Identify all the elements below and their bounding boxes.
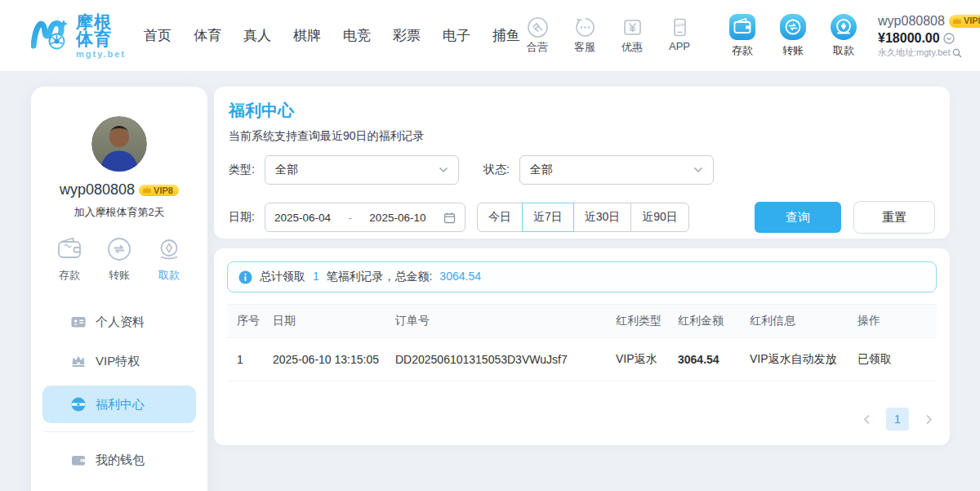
welfare-coin-icon	[70, 396, 87, 413]
reset-button[interactable]: 重置	[853, 201, 935, 234]
vip-badge: VIP8	[949, 15, 980, 28]
nav-item-fishing[interactable]: 捕鱼	[492, 26, 520, 45]
header-wallet-actions: 存款 转账	[724, 13, 862, 58]
withdraw-outline-icon	[154, 234, 184, 264]
deposit-button[interactable]: 存款	[724, 13, 760, 58]
sidebar-transfer-button[interactable]: 转账	[105, 234, 134, 283]
magnifier-icon[interactable]	[952, 48, 962, 58]
sidebar-item-wallet[interactable]: 我的钱包	[31, 440, 207, 480]
nav-item-lottery[interactable]: 彩票	[393, 26, 421, 45]
prev-page-button[interactable]	[858, 411, 875, 427]
vip-crown-icon	[70, 353, 87, 369]
sidebar-item-vip-label: VIP特权	[96, 354, 140, 369]
crown-icon	[142, 185, 152, 194]
withdraw-button[interactable]: 取款	[826, 13, 862, 58]
support-link[interactable]: 客服	[568, 16, 602, 55]
current-page[interactable]: 1	[886, 408, 909, 431]
app-phone-icon: APP	[669, 16, 691, 38]
type-select-value: 全部	[275, 163, 298, 177]
sidebar-item-profile[interactable]: 个人资料	[31, 302, 207, 341]
summary-total: 3064.54	[439, 270, 481, 283]
summary-count: 1	[313, 270, 319, 283]
calendar-icon	[443, 212, 456, 224]
nav-item-home[interactable]: 首页	[144, 26, 172, 45]
withdraw-icon	[830, 13, 858, 41]
info-icon	[238, 270, 252, 284]
svg-text:APP: APP	[675, 23, 684, 28]
cell-bonus-amount: 3064.54	[677, 338, 749, 382]
status-filter-label: 状态:	[483, 163, 510, 177]
page-subtitle: 当前系统支持查询最近90日的福利记录	[229, 129, 935, 144]
welfare-table: 序号 日期 订单号 红利类型 红利金额 红利信息 操作 1 2025-06-10…	[227, 304, 937, 382]
sidebar-deposit-label: 存款	[59, 268, 80, 283]
permanent-address-label: 永久地址:mgty.bet	[878, 47, 950, 59]
app-link[interactable]: APP APP	[662, 16, 697, 55]
date-range-picker[interactable]: 2025-06-04 - 2025-06-10	[265, 203, 466, 232]
id-card-icon	[70, 314, 87, 330]
range-30days-button[interactable]: 近30日	[573, 203, 632, 232]
claimed-status: 已领取	[857, 338, 937, 382]
nav-item-cards[interactable]: 棋牌	[293, 26, 321, 45]
brand-logo[interactable]: 摩根体育 mgty.bet	[31, 13, 126, 59]
sidebar-vip-label: VIP8	[154, 185, 173, 195]
search-button[interactable]: 查询	[755, 202, 841, 233]
date-separator: -	[348, 212, 352, 224]
range-7days-button[interactable]: 近7日	[522, 203, 574, 232]
summary-part1: 总计领取	[260, 270, 305, 283]
nav-item-slots[interactable]: 电子	[443, 26, 470, 45]
page-title: 福利中心	[229, 100, 935, 122]
handshake-icon	[527, 16, 549, 38]
filter-row-date: 日期: 2025-06-04 - 2025-06-10 今日 近7日 近30日 …	[229, 201, 935, 234]
brand-logo-icon	[31, 19, 69, 53]
balance-amount: ¥18000.00	[878, 30, 940, 47]
col-bonus-info: 红利信息	[749, 305, 857, 338]
account-sidebar: wyp080808 VIP8 加入摩根体育第2天 存款	[31, 87, 207, 491]
col-index: 序号	[227, 305, 272, 338]
sidebar-item-transactions[interactable]: 交易记录	[31, 480, 207, 491]
nav-item-sports[interactable]: 体育	[194, 26, 221, 45]
brand-name: 摩根体育	[76, 13, 126, 47]
sidebar-item-profile-label: 个人资料	[96, 315, 145, 330]
next-page-button[interactable]	[920, 411, 937, 427]
app-label: APP	[669, 40, 690, 52]
col-order: 订单号	[394, 305, 615, 338]
sidebar-item-vip[interactable]: VIP特权	[31, 341, 207, 381]
sidebar-divider	[44, 431, 194, 432]
cell-index: 1	[227, 338, 272, 382]
sidebar-withdraw-button[interactable]: 取款	[154, 234, 184, 283]
cell-date: 2025-06-10 13:15:05	[272, 338, 394, 382]
status-select[interactable]: 全部	[519, 155, 714, 185]
cell-bonus-type: VIP返水	[615, 338, 677, 382]
col-date: 日期	[272, 305, 394, 338]
sidebar-username: wyp080808	[60, 181, 135, 199]
sidebar-item-welfare-label: 福利中心	[96, 397, 145, 413]
cell-bonus-info: VIP返水自动发放	[749, 338, 857, 382]
wallet-icon	[70, 452, 87, 468]
sidebar-deposit-button[interactable]: 存款	[55, 234, 84, 283]
nav-item-live[interactable]: 真人	[243, 26, 271, 45]
nav-item-esports[interactable]: 电竞	[343, 26, 371, 45]
crown-icon	[952, 16, 962, 25]
transfer-icon	[779, 13, 807, 41]
main-nav: 首页 体育 真人 棋牌 电竞 彩票 电子 捕鱼	[144, 26, 520, 45]
range-90days-button[interactable]: 近90日	[630, 203, 689, 232]
partner-link[interactable]: 合营	[520, 16, 555, 55]
promo-link[interactable]: 优惠	[615, 16, 649, 55]
promo-label: 优惠	[621, 40, 643, 55]
col-action: 操作	[857, 305, 937, 338]
pagination: 1	[227, 408, 937, 431]
balance-expand-icon[interactable]	[943, 33, 955, 44]
range-today-button[interactable]: 今日	[477, 203, 523, 232]
col-bonus-amount: 红利金额	[677, 305, 749, 338]
sidebar-item-welfare[interactable]: 福利中心	[42, 386, 196, 423]
support-label: 客服	[574, 40, 595, 55]
date-end-value: 2025-06-10	[369, 212, 425, 224]
sidebar-avatar[interactable]	[91, 116, 147, 172]
deposit-outline-icon	[55, 234, 84, 264]
date-start-value: 2025-06-04	[274, 212, 331, 224]
join-days-text: 加入摩根体育第2天	[31, 205, 207, 220]
top-navbar: 摩根体育 mgty.bet 首页 体育 真人 棋牌 电竞 彩票 电子 捕鱼 合营	[0, 0, 980, 72]
promo-yuan-icon	[621, 16, 644, 38]
transfer-button[interactable]: 转账	[775, 13, 811, 58]
type-select[interactable]: 全部	[265, 155, 459, 185]
